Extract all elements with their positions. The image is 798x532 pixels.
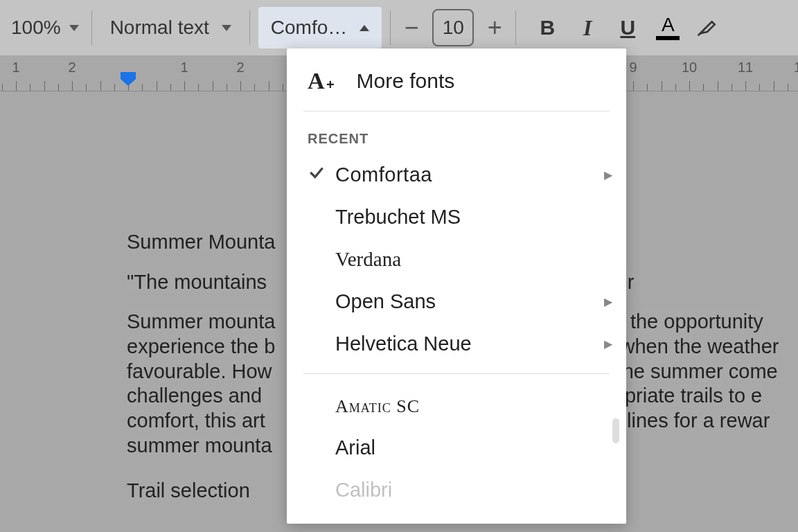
font-menu-item[interactable]: Arial (287, 427, 626, 469)
check-icon (308, 163, 335, 186)
font-menu-item[interactable]: Calibri (287, 469, 626, 511)
chevron-down-icon (222, 25, 231, 31)
chevron-right-icon: ▶ (604, 337, 612, 351)
font-family-selector[interactable]: Comfo… (258, 7, 382, 48)
paragraph-style-selector[interactable]: Normal text (100, 7, 241, 48)
recent-section-label: RECENT (287, 124, 626, 154)
separator (515, 10, 516, 45)
increase-font-size-button[interactable]: + (482, 13, 507, 42)
ruler-number: 1 (180, 60, 188, 76)
chevron-up-icon (360, 25, 369, 31)
separator (390, 10, 391, 45)
font-menu-item[interactable]: Verdana (287, 238, 626, 281)
font-menu-item[interactable]: Open Sans▶ (287, 281, 626, 323)
font-menu-item[interactable]: Helvetica Neue▶ (287, 323, 626, 365)
zoom-group[interactable]: 100% (7, 0, 83, 55)
separator (249, 10, 250, 45)
chevron-down-icon (69, 25, 79, 31)
ruler-number: 1 (12, 60, 19, 76)
bold-button[interactable]: B (535, 16, 559, 39)
zoom-value: 100% (11, 17, 61, 39)
font-family-menu: A+ More fonts RECENT Comfortaa▶Trebuchet… (287, 48, 626, 524)
font-menu-item[interactable]: Comfortaa▶ (287, 154, 626, 196)
font-menu-item-label: Helvetica Neue (335, 332, 604, 355)
decrease-font-size-button[interactable]: − (399, 13, 424, 42)
more-fonts-label: More fonts (357, 69, 455, 93)
font-menu-item-label: Verdana (335, 248, 612, 271)
svg-marker-0 (121, 72, 136, 86)
paragraph-style-label: Normal text (110, 17, 209, 39)
text-color-button[interactable]: A (656, 15, 680, 40)
ruler-number: 9 (629, 60, 637, 76)
toolbar: 100% Normal text Comfo… − + B I U A (0, 0, 798, 55)
font-menu-item-label: Trebuchet MS (335, 206, 612, 229)
more-fonts-item[interactable]: A+ More fonts (287, 48, 626, 111)
underline-button[interactable]: U (616, 16, 639, 39)
indent-marker-icon[interactable] (118, 72, 138, 87)
font-family-label: Comfo… (271, 17, 347, 39)
ruler-number: 2 (68, 60, 76, 76)
chevron-right-icon: ▶ (604, 168, 612, 181)
font-menu-item-label: Open Sans (335, 290, 604, 313)
chevron-right-icon: ▶ (604, 295, 612, 308)
menu-divider (303, 373, 610, 374)
format-group: B I U A (524, 15, 718, 41)
ruler-number: 11 (738, 60, 753, 76)
more-fonts-icon: A+ (308, 68, 325, 94)
font-size-input[interactable] (432, 9, 474, 46)
highlighter-icon (696, 15, 718, 37)
highlight-color-button[interactable] (696, 15, 718, 40)
font-menu-item[interactable]: Amatic SC (287, 387, 626, 427)
font-menu-item[interactable]: Trebuchet MS (287, 196, 626, 238)
ruler-number: 12 (794, 60, 798, 76)
ruler-number: 10 (682, 60, 697, 76)
font-size-group: − + (399, 9, 507, 46)
font-menu-item-label: Comfortaa (335, 163, 604, 186)
menu-divider (303, 111, 610, 112)
scrollbar-thumb[interactable] (612, 418, 619, 443)
separator (91, 10, 92, 45)
ruler-number: 2 (236, 60, 244, 76)
italic-button[interactable]: I (576, 15, 599, 41)
